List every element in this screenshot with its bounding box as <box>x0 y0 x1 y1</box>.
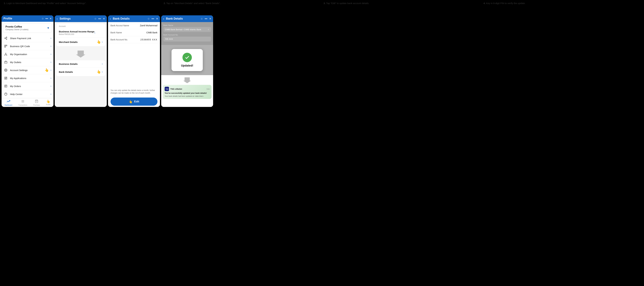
menu-list: Share Payment Link › Business <box>2 34 54 98</box>
chevron-icon: › <box>50 93 51 96</box>
income-range-row[interactable]: Business Annual Income Range Below RM100… <box>56 28 105 38</box>
profile-title: Profile <box>4 17 12 20</box>
nav-dashboard[interactable]: Dashboard <box>4 100 12 106</box>
bank-details-label: Bank Details <box>59 71 96 73</box>
tng-message: You’ve successfully updated your bank de… <box>165 92 210 94</box>
svg-point-1 <box>5 38 6 39</box>
close-icon[interactable]: ✕ <box>103 17 105 20</box>
more-icon[interactable]: ••• <box>45 17 48 20</box>
bank-details-row[interactable]: Bank Details 👆 › <box>56 68 105 76</box>
bank-details-header: ‹ Bank Details ☆ ••• ✕ <box>108 15 160 22</box>
tng-logo-icon: TNG <box>165 87 169 91</box>
updated-modal: Updated! <box>172 49 203 71</box>
tng-name: TNG eWallet <box>170 88 182 90</box>
edit-button[interactable]: 👆 Edit <box>110 98 158 106</box>
bank-details-edit-header: ‹ Bank Details ☆ ••• ✕ <box>161 15 213 22</box>
svg-marker-38 <box>76 51 85 58</box>
svg-rect-6 <box>6 45 7 46</box>
back-button[interactable]: ‹ <box>110 17 111 21</box>
bank-name-field[interactable]: CIMB Bank Berhad / CIMB Islamic Bank ▼ <box>164 27 211 32</box>
nav-transactions[interactable]: Transactions <box>18 100 27 106</box>
edit-btn-label: Edit <box>134 100 139 103</box>
menu-item-my-outlets[interactable]: My Outlets › <box>2 58 54 66</box>
panel-bank-details: ‹ Bank Details ☆ ••• ✕ Bank Accout Name … <box>108 15 160 107</box>
menu-item-help-center[interactable]: Help Center › <box>2 90 54 98</box>
purchase-icon <box>35 100 38 104</box>
merchant-details-row[interactable]: Merchant Details 👆 › <box>56 38 105 46</box>
star-icon[interactable]: ☆ <box>148 17 150 20</box>
bottom-nav: Dashboard Transactions <box>2 98 54 107</box>
more-icon[interactable]: ••• <box>152 17 154 20</box>
close-icon[interactable]: ✕ <box>50 17 52 20</box>
chevron-icon: › <box>50 37 51 40</box>
step-1-number: 1. <box>4 2 6 5</box>
back-button[interactable]: ‹ <box>163 17 164 21</box>
bank-account-name-row: Bank Accout Name Zamil Muhammad <box>108 22 160 29</box>
income-range-sub: Below RM100,000 <box>59 33 94 35</box>
chevron-icon: › <box>50 69 51 72</box>
help-icon <box>4 92 8 96</box>
my-applications-label: My Applications <box>10 77 50 80</box>
chevron-icon: › <box>50 53 51 56</box>
profile-name: Pronto Coffee <box>6 25 28 28</box>
arrow-down-second <box>161 75 213 85</box>
menu-item-business-qr-code[interactable]: Business QR Code › <box>2 42 54 50</box>
bank-name-label: Bank Name <box>110 31 122 34</box>
header-icons: ☆ ••• ✕ <box>42 17 52 20</box>
panel-settings: ‹ Settings ☆ ••• ✕ Account Business Annu… <box>55 15 107 107</box>
chevron-icon: › <box>50 77 51 80</box>
income-range-label: Business Annual Income Range <box>59 30 94 33</box>
tng-sub: Your bank details had been updated at <d… <box>165 95 210 97</box>
more-icon[interactable]: ••• <box>98 17 101 20</box>
business-details-row[interactable]: Business Details › <box>56 60 105 68</box>
menu-item-account-settings[interactable]: Account Settings 👆 › <box>2 66 54 74</box>
close-icon[interactable]: ✕ <box>156 17 158 20</box>
panel-profile: Profile ☆ ••• ✕ Pronto Coffee Company Ow… <box>2 15 54 107</box>
check-circle-icon <box>182 53 192 62</box>
hand-pointer-icon: 👆 <box>96 40 101 44</box>
bank-account-no-field-label: Bank Account No. <box>164 34 211 36</box>
help-center-label: Help Center <box>10 93 50 96</box>
bank-account-no-label: Bank Account No. <box>110 38 128 41</box>
menu-item-my-applications[interactable]: My Applications › <box>2 74 54 82</box>
profile-selector[interactable]: Pronto Coffee Company Owner (3 outlets) … <box>3 23 52 33</box>
nav-profile[interactable]: 👆 Profile <box>46 100 50 106</box>
panel-bank-details-edit: ‹ Bank Details ☆ ••• ✕ Bank Name CIMB Ba… <box>161 15 213 107</box>
profile-header: Profile ☆ ••• ✕ <box>2 15 54 22</box>
nav-purchase[interactable]: Purchase <box>33 100 40 106</box>
step-2-text: Tap on “Merchant Details” and select “Ba… <box>166 2 215 5</box>
menu-item-share-payment-link[interactable]: Share Payment Link › <box>2 34 54 42</box>
star-icon[interactable]: ☆ <box>94 17 96 20</box>
back-button[interactable]: ‹ <box>56 17 58 21</box>
svg-rect-25 <box>6 77 7 78</box>
star-icon[interactable]: ☆ <box>42 17 44 20</box>
svg-point-2 <box>6 39 7 40</box>
profile-dropdown-icon[interactable]: ▼ <box>47 27 50 30</box>
svg-line-19 <box>6 55 7 55</box>
chevron-icon: › <box>102 71 102 73</box>
tng-header: TNG TNG eWallet now <box>165 87 210 91</box>
merchant-details-label: Merchant Details <box>59 41 96 43</box>
business-details-label: Business Details <box>59 63 102 65</box>
more-icon[interactable]: ••• <box>205 17 207 20</box>
hand-pointer-icon: 👆 <box>129 100 132 104</box>
svg-rect-27 <box>5 79 6 79</box>
settings-title: Settings <box>60 17 92 20</box>
nav-dashboard-label: Dashboard <box>4 104 12 106</box>
bank-account-no-field[interactable]: 705 XXX <box>164 37 211 42</box>
arrow-down-indicator <box>55 48 107 60</box>
menu-item-my-orders[interactable]: My Orders › <box>2 82 54 90</box>
tng-notification: TNG TNG eWallet now You’ve successfully … <box>163 85 212 99</box>
chevron-icon: › <box>50 85 51 88</box>
menu-item-my-organisation[interactable]: My Organisation › <box>2 50 54 58</box>
chevron-icon: › <box>102 63 102 65</box>
close-icon[interactable]: ✕ <box>209 17 211 20</box>
star-icon[interactable]: ☆ <box>200 17 203 20</box>
step-1-text: Login to Merchant Dashboard and tap “Pro… <box>6 2 86 5</box>
account-settings-label: Account Settings <box>10 69 50 72</box>
hand-pointer-icon: 👆 <box>96 70 101 74</box>
apps-icon <box>4 76 8 80</box>
nav-transactions-label: Transactions <box>18 104 27 106</box>
svg-rect-24 <box>5 77 6 78</box>
svg-line-18 <box>5 55 6 55</box>
